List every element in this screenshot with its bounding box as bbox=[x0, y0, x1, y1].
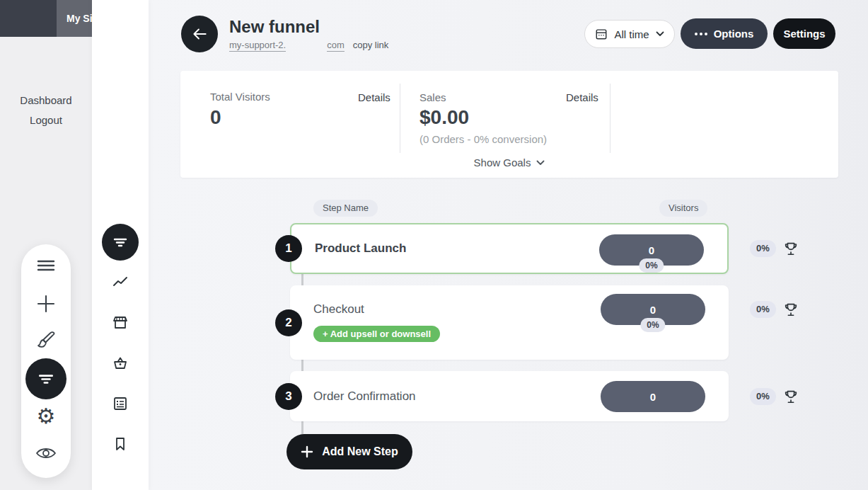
show-goals-toggle[interactable]: Show Goals bbox=[180, 156, 838, 169]
step-connector bbox=[301, 360, 303, 371]
copy-link-button[interactable]: copy link bbox=[353, 40, 389, 50]
add-new-step-label: Add New Step bbox=[322, 445, 398, 458]
step-connector bbox=[301, 421, 303, 435]
total-visitors-value: 0 bbox=[210, 106, 221, 129]
visitors-count: 0 bbox=[650, 391, 656, 403]
settings-gear-icon[interactable]: ⚙ bbox=[37, 406, 56, 427]
main-content: New funnel my-support-2. com copy link A… bbox=[149, 0, 868, 490]
sales-subtext: (0 Orders - 0% conversion) bbox=[419, 133, 547, 145]
chevron-down-icon bbox=[656, 31, 664, 37]
basket-icon[interactable] bbox=[112, 355, 129, 372]
conversion-badge: 0% bbox=[750, 240, 776, 257]
date-range-label: All time bbox=[614, 28, 649, 40]
add-new-step-button[interactable]: Add New Step bbox=[287, 434, 412, 469]
funnel-step-row: 1 Product Launch 0 0% 0% bbox=[149, 223, 828, 274]
conversion-badge: 0% bbox=[750, 388, 776, 405]
my-sites-label: My Si bbox=[66, 13, 92, 24]
step-number-badge: 2 bbox=[275, 309, 302, 336]
step-number-badge: 3 bbox=[275, 383, 302, 410]
date-range-button[interactable]: All time bbox=[584, 20, 675, 48]
trophy-goal-icon[interactable] bbox=[783, 389, 799, 404]
visitors-count-pill: 0 bbox=[601, 381, 705, 412]
visitors-count-pill: 0 0% bbox=[601, 294, 705, 325]
arrow-left-icon bbox=[190, 25, 209, 43]
back-button[interactable] bbox=[181, 16, 218, 52]
stats-divider bbox=[400, 84, 400, 153]
brush-icon[interactable] bbox=[35, 330, 57, 351]
my-sites-menu[interactable]: My Si bbox=[57, 0, 92, 37]
step-name-column-label: Step Name bbox=[313, 200, 378, 217]
analytics-trend-icon[interactable] bbox=[112, 274, 129, 291]
filter-icon bbox=[37, 370, 54, 387]
domain-prefix-link[interactable]: my-support-2. bbox=[229, 40, 286, 52]
preview-eye-icon[interactable] bbox=[34, 445, 58, 462]
settings-button[interactable]: Settings bbox=[773, 18, 835, 49]
icon-rail bbox=[92, 0, 149, 490]
funnel-step-row: 3 Order Confirmation 0 0% bbox=[149, 371, 828, 421]
domain-suffix-link[interactable]: com bbox=[327, 40, 345, 52]
step-name: Product Launch bbox=[315, 241, 406, 256]
add-icon[interactable] bbox=[36, 294, 56, 314]
step-card-checkout[interactable]: Checkout + Add upsell or downsell 0 0% bbox=[290, 285, 729, 360]
visitors-percent-badge: 0% bbox=[639, 258, 664, 273]
orders-list-icon[interactable] bbox=[112, 395, 129, 412]
page-title: New funnel bbox=[229, 17, 320, 37]
funnel-filter-active-button[interactable] bbox=[102, 224, 139, 261]
options-button[interactable]: Options bbox=[681, 18, 768, 49]
visitors-count: 0 bbox=[650, 304, 656, 316]
options-label: Options bbox=[714, 28, 754, 40]
calendar-icon bbox=[595, 28, 608, 40]
menu-icon[interactable] bbox=[36, 258, 56, 273]
stats-card: Total Visitors Details 0 Sales Details $… bbox=[180, 71, 838, 178]
step-name: Order Confirmation bbox=[313, 389, 416, 404]
show-goals-label: Show Goals bbox=[474, 156, 531, 169]
floating-toolbar: ⚙ bbox=[21, 244, 71, 478]
step-name: Checkout bbox=[313, 302, 364, 317]
step-card-product-launch[interactable]: Product Launch 0 0% bbox=[290, 223, 729, 274]
funnel-step-row: 2 Checkout + Add upsell or downsell 0 0%… bbox=[149, 285, 828, 360]
sales-details-link[interactable]: Details bbox=[566, 91, 598, 103]
ellipsis-icon bbox=[695, 33, 707, 35]
step-card-order-confirmation[interactable]: Order Confirmation 0 bbox=[290, 371, 729, 421]
visitors-count: 0 bbox=[649, 244, 654, 256]
settings-label: Settings bbox=[783, 28, 825, 40]
visitors-column-label: Visitors bbox=[659, 200, 707, 217]
trophy-goal-icon[interactable] bbox=[783, 241, 799, 256]
sidebar-item-dashboard[interactable]: Dashboard bbox=[0, 94, 92, 106]
stats-divider bbox=[610, 84, 611, 153]
visitors-count-pill: 0 0% bbox=[599, 234, 704, 266]
step-number-badge: 1 bbox=[275, 235, 302, 262]
filter-icon bbox=[112, 234, 128, 250]
visitors-details-link[interactable]: Details bbox=[358, 91, 390, 103]
sales-value: $0.00 bbox=[419, 106, 469, 129]
visitors-percent-badge: 0% bbox=[640, 318, 665, 332]
trophy-goal-icon[interactable] bbox=[783, 302, 799, 317]
add-upsell-button[interactable]: + Add upsell or downsell bbox=[313, 326, 440, 342]
funnel-filter-button[interactable] bbox=[25, 358, 66, 399]
step-connector bbox=[301, 274, 303, 285]
funnel-url-row: my-support-2. com copy link bbox=[229, 40, 388, 52]
plus-icon bbox=[301, 445, 313, 458]
bookmark-icon[interactable] bbox=[112, 435, 129, 452]
sidebar-item-logout[interactable]: Logout bbox=[0, 114, 92, 126]
sales-label: Sales bbox=[419, 91, 446, 103]
total-visitors-label: Total Visitors bbox=[210, 91, 270, 103]
chevron-down-icon bbox=[536, 160, 545, 166]
store-icon[interactable] bbox=[112, 314, 129, 331]
conversion-badge: 0% bbox=[750, 301, 776, 318]
admin-bar: My Si bbox=[0, 0, 92, 37]
